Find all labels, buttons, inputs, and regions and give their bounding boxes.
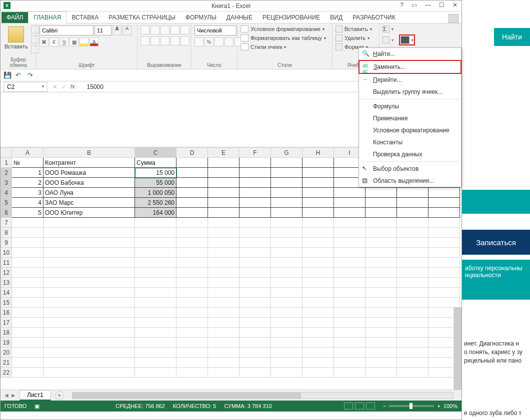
tab-insert[interactable]: ВСТАВКА	[66, 12, 104, 23]
add-sheet-button[interactable]: +	[55, 391, 64, 400]
col-header-F[interactable]: F	[240, 148, 271, 158]
col-header-B[interactable]: B	[44, 148, 135, 158]
redo-icon[interactable]: ↷	[28, 71, 36, 79]
number-format-select[interactable]	[194, 25, 236, 35]
tab-developer[interactable]: РАЗРАБОТЧИК	[348, 12, 400, 23]
italic-button[interactable]: К	[50, 37, 58, 46]
maximize-icon[interactable]: ☐	[437, 1, 446, 8]
menu-goto-special[interactable]: Выделить группу ячеек...	[359, 86, 461, 98]
align-left-icon[interactable]	[140, 36, 150, 45]
row-header-13[interactable]: 13	[1, 278, 12, 288]
undo-icon[interactable]: ↶	[16, 71, 24, 79]
cancel-formula-icon[interactable]: ✕	[52, 83, 58, 90]
menu-find[interactable]: 🔍Найти...	[359, 48, 461, 60]
row-header-14[interactable]: 14	[1, 288, 12, 298]
sheet-nav-last-icon[interactable]: ▶	[12, 393, 16, 398]
fill-color-button[interactable]	[80, 37, 88, 46]
menu-validation[interactable]: Проверка данных	[359, 148, 461, 160]
select-all-corner[interactable]	[1, 148, 12, 158]
row-header-2[interactable]: 2	[1, 168, 12, 178]
cell-A3[interactable]: 2	[12, 178, 44, 188]
menu-select-objects[interactable]: ↖Выбор объектов	[359, 163, 461, 175]
cell-C4[interactable]: 1 000 050	[135, 188, 176, 198]
cell-A4[interactable]: 3	[12, 188, 44, 198]
zoom-slider[interactable]	[389, 405, 434, 407]
font-name-input[interactable]	[40, 25, 94, 35]
ribbon-options-icon[interactable]: ▭	[410, 1, 419, 8]
row-header-7[interactable]: 7	[1, 218, 12, 228]
increase-font-icon[interactable]: A	[112, 25, 122, 35]
font-size-input[interactable]	[94, 25, 112, 35]
row-header-3[interactable]: 3	[1, 178, 12, 188]
view-page-layout-icon[interactable]	[355, 403, 364, 410]
sheet-nav-first-icon[interactable]: ◀	[4, 393, 8, 398]
minimize-icon[interactable]: —	[423, 1, 433, 8]
col-header-H[interactable]: H	[302, 148, 334, 158]
horizontal-scrollbar[interactable]	[72, 392, 454, 399]
wrap-text-icon[interactable]	[180, 25, 190, 34]
menu-comments[interactable]: Примечания	[359, 112, 461, 124]
row-header-21[interactable]: 21	[1, 358, 12, 368]
accept-formula-icon[interactable]: ✓	[62, 83, 66, 90]
menu-cond-format[interactable]: Условное форматирование	[359, 124, 461, 136]
increase-indent-icon[interactable]	[180, 36, 190, 45]
row-header-20[interactable]: 20	[1, 348, 12, 358]
tab-review[interactable]: РЕЦЕНЗИРОВАНИЕ	[258, 12, 325, 23]
row-header-11[interactable]: 11	[1, 258, 12, 268]
row-header-19[interactable]: 19	[1, 338, 12, 348]
row-header-15[interactable]: 15	[1, 298, 12, 308]
vertical-scrollbar[interactable]	[454, 307, 462, 390]
find-button[interactable]: Найти	[494, 28, 530, 46]
col-header-G[interactable]: G	[271, 148, 302, 158]
signup-button[interactable]: Записаться	[462, 230, 530, 255]
row-header-16[interactable]: 16	[1, 308, 12, 318]
font-color-button[interactable]: A	[90, 37, 98, 46]
zoom-level[interactable]: 100%	[444, 403, 458, 409]
menu-selection-pane[interactable]: ▤Область выделения...	[359, 175, 461, 187]
row-header-17[interactable]: 17	[1, 318, 12, 328]
currency-icon[interactable]	[194, 37, 204, 46]
align-top-icon[interactable]	[140, 25, 150, 34]
format-as-table-button[interactable]: Форматировать как таблицу▾	[240, 34, 326, 41]
col-header-A[interactable]: A	[12, 148, 44, 158]
comma-icon[interactable]	[214, 37, 224, 46]
row-header-4[interactable]: 4	[1, 188, 12, 198]
row-header-5[interactable]: 5	[1, 198, 12, 208]
align-bottom-icon[interactable]	[160, 25, 170, 34]
menu-goto[interactable]: →Перейти...	[359, 74, 461, 86]
save-icon[interactable]: 💾	[4, 71, 12, 79]
cell-C2[interactable]: 15 000	[135, 168, 176, 178]
name-box[interactable]: C2 ▼	[4, 82, 48, 92]
cell-A2[interactable]: 1	[12, 168, 44, 178]
cell-B5[interactable]: ЗАО Марс	[44, 198, 135, 208]
cell-B3[interactable]: ООО Бабочка	[44, 178, 135, 188]
tab-data[interactable]: ДАННЫЕ	[222, 12, 258, 23]
decrease-font-icon[interactable]: A	[122, 25, 132, 35]
underline-button[interactable]: Ч	[60, 37, 68, 46]
row-header-6[interactable]: 6	[1, 208, 12, 218]
tab-layout[interactable]: РАЗМЕТКА СТРАНИЦЫ	[104, 12, 180, 23]
autosum-button[interactable]: Σ▾	[382, 25, 394, 32]
cell-C3[interactable]: 55 000	[135, 178, 176, 188]
cell-A5[interactable]: 4	[12, 198, 44, 208]
macro-record-icon[interactable]: ▣	[34, 403, 40, 410]
menu-replace[interactable]: abacЗаменить...	[358, 60, 462, 74]
paste-button[interactable]: Вставить	[4, 25, 29, 50]
percent-icon[interactable]: %	[204, 37, 214, 46]
fill-button[interactable]: ▾ ▾	[382, 34, 415, 45]
col-header-E[interactable]: E	[208, 148, 240, 158]
row-header-10[interactable]: 10	[1, 248, 12, 258]
conditional-formatting-button[interactable]: Условное форматирование▾	[240, 25, 324, 32]
align-center-icon[interactable]	[150, 36, 160, 45]
zoom-in-icon[interactable]: +	[437, 403, 440, 409]
tab-home[interactable]: ГЛАВНАЯ	[28, 11, 66, 23]
border-button[interactable]: ▦	[70, 37, 78, 46]
zoom-out-icon[interactable]: −	[383, 403, 386, 409]
row-header-9[interactable]: 9	[1, 238, 12, 248]
view-page-break-icon[interactable]	[366, 403, 375, 410]
cell-B4[interactable]: ОАО Луна	[44, 188, 135, 198]
insert-cells-button[interactable]: Вставить▾	[336, 25, 372, 32]
fx-icon[interactable]: fx	[70, 83, 75, 90]
cell-C5[interactable]: 2 550 260	[135, 198, 176, 208]
namebox-dropdown-icon[interactable]: ▼	[41, 84, 47, 89]
